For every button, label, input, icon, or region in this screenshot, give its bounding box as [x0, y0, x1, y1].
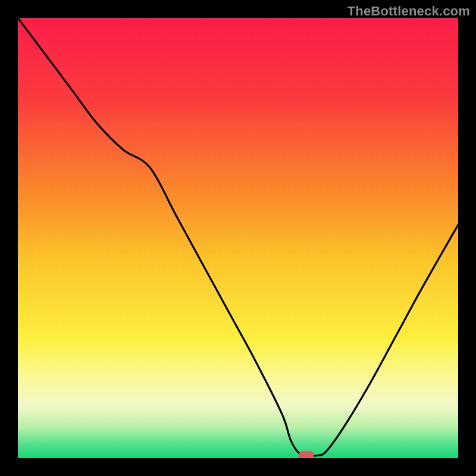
chart-frame: TheBottleneck.com	[0, 0, 476, 476]
plot-area	[18, 18, 458, 458]
svg-rect-0	[18, 18, 458, 458]
background-gradient	[18, 18, 458, 458]
watermark-text: TheBottleneck.com	[347, 4, 470, 19]
